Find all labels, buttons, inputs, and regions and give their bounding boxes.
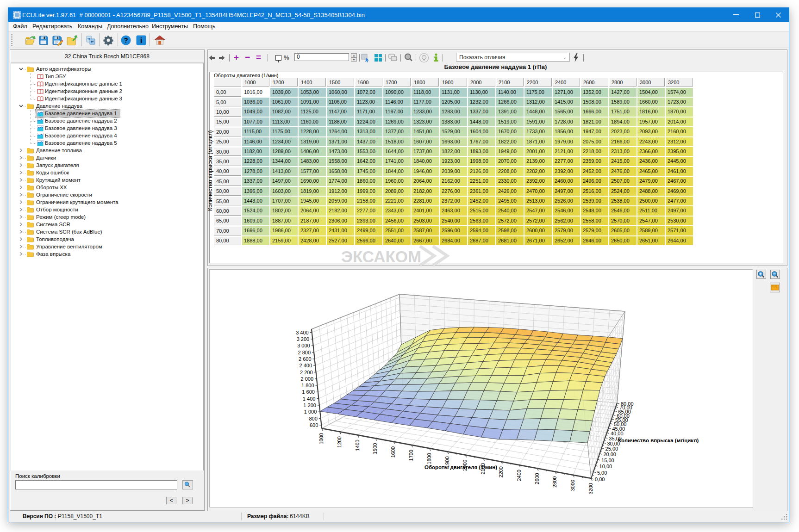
- svg-text:?: ?: [124, 36, 128, 44]
- svg-text:i: i: [140, 37, 142, 44]
